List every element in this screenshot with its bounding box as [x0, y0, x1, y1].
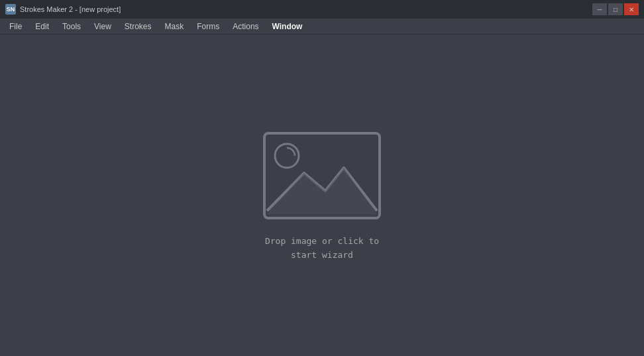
menu-mask[interactable]: Mask [158, 20, 191, 33]
menu-edit[interactable]: Edit [28, 20, 56, 33]
menu-tools[interactable]: Tools [56, 20, 87, 33]
drop-zone[interactable]: Drop image or click tostart wizard [259, 128, 385, 263]
main-content: Drop image or click tostart wizard [0, 34, 644, 356]
image-placeholder-icon [259, 128, 385, 224]
drop-zone-label: Drop image or click tostart wizard [265, 235, 379, 263]
maximize-button[interactable]: □ [608, 3, 623, 15]
menu-strokes[interactable]: Strokes [118, 20, 158, 33]
minimize-button[interactable]: ─ [592, 3, 607, 15]
close-button[interactable]: ✕ [624, 3, 639, 15]
app-icon: SN [5, 4, 16, 15]
menu-file[interactable]: File [3, 20, 28, 33]
menu-view[interactable]: View [87, 20, 118, 33]
menu-actions[interactable]: Actions [226, 20, 265, 33]
title-bar-left: SN Strokes Maker 2 - [new project] [5, 4, 121, 15]
title-bar: SN Strokes Maker 2 - [new project] ─ □ ✕ [0, 0, 644, 19]
menu-bar: File Edit Tools View Strokes Mask Forms … [0, 19, 644, 34]
window-title: Strokes Maker 2 - [new project] [20, 5, 121, 13]
window-controls: ─ □ ✕ [592, 3, 639, 15]
menu-window[interactable]: Window [266, 20, 309, 33]
menu-forms[interactable]: Forms [190, 20, 226, 33]
